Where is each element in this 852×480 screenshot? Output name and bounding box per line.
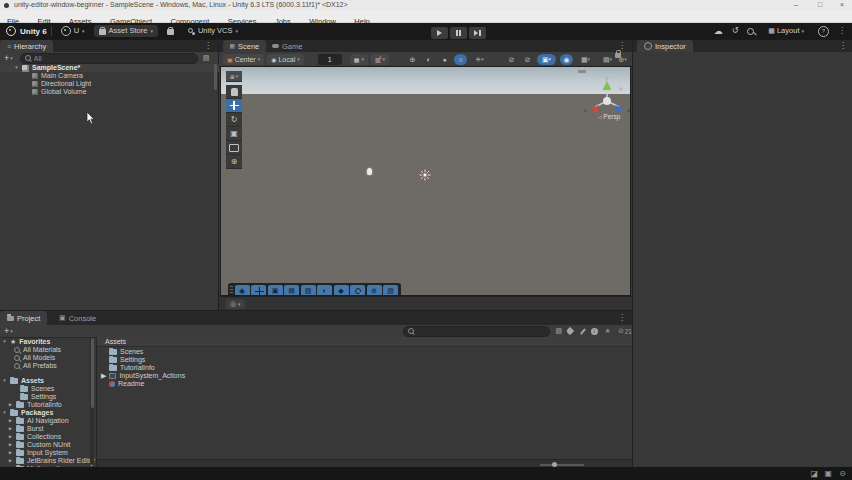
scene-viewport[interactable]: ⊕ ▾ ↻ ▣ ⊕ y x z ◁ Pers [220, 66, 631, 296]
tab-hierarchy[interactable]: ≡ Hierarchy [0, 40, 53, 52]
overlay-search-button[interactable] [350, 285, 365, 296]
favorite-all-prefabs[interactable]: All Prefabs [14, 362, 57, 370]
hidden-packages-icon[interactable]: ⊘ [618, 327, 624, 335]
gizmo-center-cube[interactable] [603, 97, 611, 105]
shading-toggle[interactable]: ◐ [422, 54, 435, 65]
favorites-star-icon[interactable]: ★ [605, 327, 611, 335]
scene-visibility-toggle[interactable]: ◉ [560, 54, 573, 65]
hierarchy-item-global-volume[interactable]: Global Volume [32, 88, 87, 96]
file-scenes[interactable]: Scenes [109, 348, 143, 356]
minimize-button[interactable]: – [788, 0, 804, 10]
tree-folder-scenes[interactable]: Scenes [20, 385, 54, 393]
background-progress-icon[interactable]: ⊖ [839, 467, 846, 480]
gizmo-overlay-handle[interactable] [578, 70, 586, 73]
breadcrumb[interactable]: Assets [97, 337, 632, 347]
file-inputsystem-actions[interactable]: ▶InputSystem_Actions [101, 372, 185, 380]
collapsed-overlay-button[interactable]: ◎ ▾ [226, 299, 245, 309]
favorite-all-models[interactable]: All Models [14, 354, 55, 362]
tab-project[interactable]: Project [0, 311, 47, 325]
scale-tool-button[interactable]: ▣ [226, 127, 242, 141]
overlay-image-button[interactable]: ▨ [301, 285, 316, 296]
saved-search-icon[interactable] [580, 328, 586, 335]
overlay-orientation-button[interactable]: ◉ [235, 285, 250, 296]
console-activity-icon[interactable]: ▣ [824, 467, 832, 480]
move-tool-button[interactable] [226, 99, 242, 113]
package-manager-button[interactable] [162, 25, 179, 37]
hierarchy-search[interactable] [20, 53, 198, 64]
rect-tool-button[interactable] [226, 141, 242, 155]
view-tool-button[interactable] [226, 85, 242, 99]
axis-x-cone[interactable] [590, 105, 599, 113]
unity-vcs-dropdown[interactable]: Unity VCS ▾ [183, 25, 243, 37]
help-icon[interactable]: ? [818, 26, 829, 37]
overlay-paint-button[interactable]: ◆ [334, 285, 349, 296]
axis-y-cone[interactable] [603, 81, 612, 90]
layout-dropdown[interactable]: ▦ Layout ▾ [763, 25, 809, 37]
tree-folder-settings[interactable]: Settings [20, 393, 56, 401]
favorites-root[interactable]: ▼ ★ Favorites [2, 338, 50, 346]
project-search[interactable] [403, 326, 550, 337]
search-icon[interactable] [747, 28, 754, 35]
effects-dropdown[interactable]: ✳▾ [470, 54, 489, 65]
scene-root-row[interactable]: ▼ SampleScene* [0, 64, 232, 72]
caret-down-icon[interactable]: ▾ [10, 329, 13, 334]
overlay-camera-button[interactable]: ▣ [268, 285, 283, 296]
overlay-drag-handle[interactable] [230, 286, 233, 295]
add-gameobject-button[interactable]: + [4, 53, 9, 63]
hierarchy-search-input[interactable] [34, 54, 193, 62]
search-by-label-icon[interactable] [566, 327, 574, 335]
file-readme[interactable]: Readme [109, 380, 144, 388]
overlay-layers-button[interactable]: ▨ [383, 285, 398, 296]
hierarchy-scrollbar[interactable] [214, 64, 217, 90]
light-probe-gizmo[interactable] [367, 168, 372, 175]
asset-store-dropdown[interactable]: Asset Store ▾ [94, 25, 158, 37]
thumbnail-size-slider[interactable] [540, 464, 584, 466]
rotate-tool-button[interactable]: ↻ [226, 113, 242, 127]
step-button[interactable] [469, 27, 486, 39]
maximize-button[interactable]: □ [812, 0, 828, 10]
lock-icon[interactable] [615, 53, 621, 58]
tree-scrollbar-thumb[interactable] [91, 338, 94, 408]
tree-package-burst[interactable]: ▶Burst [8, 425, 43, 433]
file-settings[interactable]: Settings [109, 356, 145, 364]
overlay-move-button[interactable] [251, 285, 266, 296]
camera-dropdown[interactable]: ▣▾ [537, 54, 556, 65]
inspector-kebab-icon[interactable]: ⋮ [839, 40, 847, 52]
hierarchy-item-directional-light[interactable]: Directional Light [32, 80, 91, 88]
overlay-transform-button[interactable]: ⊕ [367, 285, 382, 296]
pause-button[interactable] [450, 27, 467, 39]
axis-negative-ball[interactable] [619, 87, 623, 91]
search-by-type-icon[interactable]: ▨ [556, 327, 563, 335]
hierarchy-item-main-camera[interactable]: Main Camera [32, 72, 83, 80]
auto-lighting-off-icon[interactable]: ◪ [810, 467, 818, 480]
hierarchy-kebab-icon[interactable]: ⋮ [204, 40, 212, 52]
tree-package-custom-nunit[interactable]: ▶Custom NUnit [8, 441, 71, 449]
overlay-display-button[interactable]: ▤ [284, 285, 299, 296]
project-kebab-icon[interactable]: ⋮ [618, 312, 626, 324]
tab-scene[interactable]: Scene [223, 40, 266, 52]
tab-game[interactable]: Game [265, 40, 309, 52]
flare-mute-toggle[interactable]: ⊘ [521, 54, 534, 65]
tree-package-ai-navigation[interactable]: ▶AI Navigation [8, 417, 69, 425]
assets-root[interactable]: ▼ Assets [2, 377, 44, 385]
info-icon[interactable]: i [591, 328, 598, 335]
tool-orientation-dropdown[interactable]: ◉ Local ▾ [267, 54, 304, 65]
hierarchy-options-icon[interactable]: ▨ [203, 54, 210, 62]
directional-light-gizmo[interactable] [419, 169, 431, 181]
tree-scrollbar-track[interactable]: ▼ [90, 337, 94, 468]
move-snap-dropdown[interactable]: ▥ ▾ [371, 54, 389, 65]
draw-mode-toggle[interactable]: ⊕ [406, 54, 419, 65]
tool-handle-dropdown[interactable]: ▣ Center ▾ [223, 54, 264, 65]
tree-folder-tutorialinfo[interactable]: ▶TutorialInfo [8, 401, 62, 409]
grid-snap-dropdown[interactable]: ▦ ▾ [350, 54, 368, 65]
grid-visibility-dropdown[interactable]: ▦▾ [576, 54, 595, 65]
play-button[interactable] [431, 27, 448, 39]
tree-package-input-system[interactable]: ▶Input System [8, 449, 68, 457]
close-button[interactable]: × [834, 0, 850, 10]
foldout-open-icon[interactable]: ▼ [14, 64, 19, 72]
audio-mute-toggle[interactable]: ⊘ [505, 54, 518, 65]
undo-history-icon[interactable]: ↺ [732, 23, 739, 39]
transform-tool-button[interactable]: ⊕ [226, 155, 242, 169]
cloud-icon[interactable]: ☁ [714, 23, 723, 39]
toolbar-kebab-icon[interactable]: ⋮ [838, 25, 846, 37]
